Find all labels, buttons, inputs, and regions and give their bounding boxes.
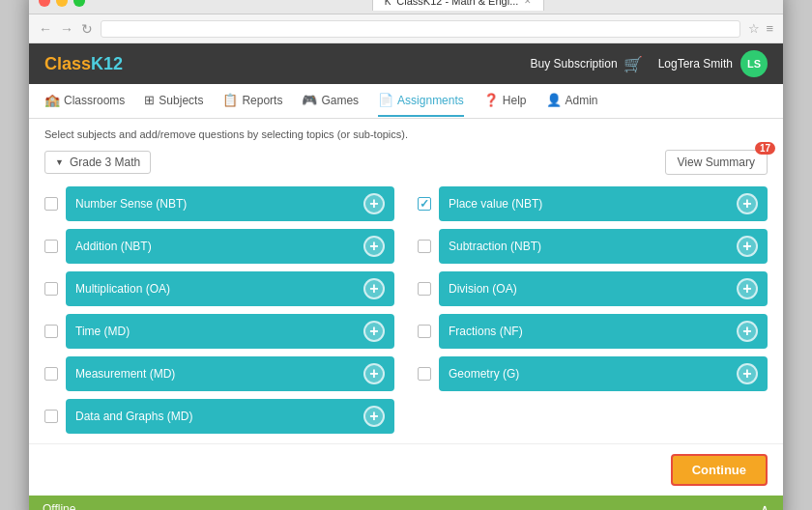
close-button[interactable] (39, 0, 50, 7)
traffic-lights (39, 0, 85, 7)
back-button[interactable]: ← (39, 21, 52, 37)
skill-label-r0: Place value (NBT) (449, 197, 542, 211)
tab-close-icon[interactable]: ✕ (524, 0, 532, 6)
offline-bar: Offline ∧ (29, 496, 783, 510)
buy-subscription[interactable]: Buy Subscription 🛒 (531, 55, 643, 73)
view-summary-button[interactable]: View Summary (665, 150, 768, 175)
skill-checkbox-0[interactable] (44, 197, 58, 211)
logo-k12: K12 (91, 54, 123, 73)
skill-label-r2: Division (OA) (449, 282, 517, 296)
skill-bar-5[interactable]: Data and Graphs (MD) + (66, 399, 394, 434)
skill-bar-1[interactable]: Addition (NBT) + (66, 229, 394, 264)
skill-bar-2[interactable]: Multiplication (OA) + (66, 271, 394, 306)
add-skill-1[interactable]: + (363, 236, 385, 257)
maximize-button[interactable] (73, 0, 85, 7)
skills-left: Number Sense (NBT) + Addition (NBT) + Mu… (44, 186, 394, 434)
add-skill-r3[interactable]: + (737, 321, 758, 342)
add-skill-3[interactable]: + (363, 321, 385, 342)
assignments-icon: 📄 (378, 93, 393, 107)
skill-checkbox-r0[interactable]: ✓ (418, 197, 431, 211)
list-item: Time (MD) + (44, 314, 394, 349)
skill-checkbox-r2[interactable] (418, 282, 431, 296)
skill-label-2: Multiplication (OA) (75, 282, 170, 296)
list-item: Data and Graphs (MD) + (44, 399, 394, 434)
classrooms-icon: 🏫 (44, 93, 60, 107)
continue-button[interactable]: Continue (671, 454, 768, 486)
add-skill-0[interactable]: + (363, 193, 385, 214)
nav-admin[interactable]: 👤 Admin (546, 85, 598, 117)
refresh-button[interactable]: ↻ (81, 21, 93, 37)
nav-help[interactable]: ❓ Help (483, 85, 527, 117)
skill-bar-r3[interactable]: Fractions (NF) + (439, 314, 768, 349)
app-header: ClassK12 Buy Subscription 🛒 LogTera Smit… (29, 43, 783, 84)
nav-reports-label: Reports (242, 94, 282, 107)
toolbar: Grade 3 Math View Summary 17 (44, 150, 768, 175)
nav-games[interactable]: 🎮 Games (302, 85, 359, 117)
skill-bar-r2[interactable]: Division (OA) + (439, 271, 768, 306)
add-skill-5[interactable]: + (363, 406, 385, 427)
grade-button-label: Grade 3 Math (70, 156, 140, 169)
skill-label-r3: Fractions (NF) (449, 325, 523, 338)
skill-bar-r4[interactable]: Geometry (G) + (439, 356, 768, 391)
add-skill-r0[interactable]: + (737, 193, 758, 214)
grade-button[interactable]: Grade 3 Math (44, 151, 151, 174)
skill-checkbox-2[interactable] (44, 282, 58, 296)
offline-label: Offline (43, 502, 75, 510)
add-skill-4[interactable]: + (363, 363, 385, 384)
list-item: Multiplication (OA) + (44, 271, 394, 306)
nav-subjects[interactable]: ⊞ Subjects (144, 85, 203, 117)
buy-subscription-label: Buy Subscription (531, 57, 618, 71)
skill-bar-4[interactable]: Measurement (MD) + (66, 356, 394, 391)
instruction-text: Select subjects and add/remove questions… (44, 128, 768, 140)
nav-bar: 🏫 Classrooms ⊞ Subjects 📋 Reports 🎮 Game… (29, 84, 783, 119)
bookmark-icon: ☆ (748, 21, 760, 36)
logo-class: Class (44, 54, 91, 73)
skill-checkbox-r1[interactable] (418, 240, 431, 253)
add-skill-2[interactable]: + (363, 278, 385, 299)
add-skill-r2[interactable]: + (737, 278, 758, 299)
skill-bar-r1[interactable]: Subtraction (NBT) + (439, 229, 768, 264)
continue-label: Continue (692, 463, 746, 477)
browser-tab[interactable]: K ClassK12 - Math & Engl... ✕ (372, 0, 545, 11)
admin-icon: 👤 (546, 93, 562, 107)
footer: Continue (29, 443, 783, 496)
skill-checkbox-5[interactable] (44, 410, 58, 423)
nav-subjects-label: Subjects (159, 94, 203, 107)
nav-games-label: Games (321, 94, 359, 107)
content-area: Select subjects and add/remove questions… (29, 119, 783, 443)
skill-bar-3[interactable]: Time (MD) + (66, 314, 394, 349)
nav-assignments[interactable]: 📄 Assignments (378, 85, 464, 117)
skill-checkbox-r3[interactable] (418, 325, 431, 338)
list-item: Subtraction (NBT) + (418, 229, 768, 264)
skill-label-r4: Geometry (G) (449, 367, 519, 381)
summary-badge: 17 (755, 142, 775, 155)
url-input[interactable]: https://www.classk12.com/assignment/edit… (101, 20, 740, 38)
skill-bar-0[interactable]: Number Sense (NBT) + (66, 186, 394, 221)
list-item: Division (OA) + (418, 271, 768, 306)
skill-checkbox-r4[interactable] (418, 367, 431, 381)
chevron-up-icon[interactable]: ∧ (760, 501, 769, 510)
list-item: Fractions (NF) + (418, 314, 768, 349)
nav-classrooms[interactable]: 🏫 Classrooms (44, 85, 125, 117)
add-skill-r4[interactable]: + (737, 363, 758, 384)
skill-bar-r0[interactable]: Place value (NBT) + (439, 186, 768, 221)
games-icon: 🎮 (302, 93, 317, 107)
skill-label-4: Measurement (MD) (75, 367, 175, 381)
skill-checkbox-1[interactable] (44, 240, 58, 253)
title-bar: K ClassK12 - Math & Engl... ✕ (29, 0, 783, 14)
skill-checkbox-4[interactable] (44, 367, 58, 381)
nav-classrooms-label: Classrooms (64, 94, 125, 107)
add-skill-r1[interactable]: + (737, 236, 758, 257)
nav-help-label: Help (503, 94, 527, 107)
nav-reports[interactable]: 📋 Reports (222, 85, 282, 117)
header-right: Buy Subscription 🛒 LogTera Smith LS (531, 50, 768, 77)
forward-button[interactable]: → (60, 21, 73, 37)
tab-title: ClassK12 - Math & Engl... (396, 0, 518, 7)
nav-admin-label: Admin (566, 94, 598, 107)
skill-checkbox-3[interactable] (44, 325, 58, 338)
user-info: LogTera Smith LS (658, 50, 768, 77)
checkmark-icon: ✓ (420, 197, 429, 211)
help-icon: ❓ (483, 93, 499, 107)
minimize-button[interactable] (56, 0, 68, 7)
user-name: LogTera Smith (658, 57, 733, 71)
